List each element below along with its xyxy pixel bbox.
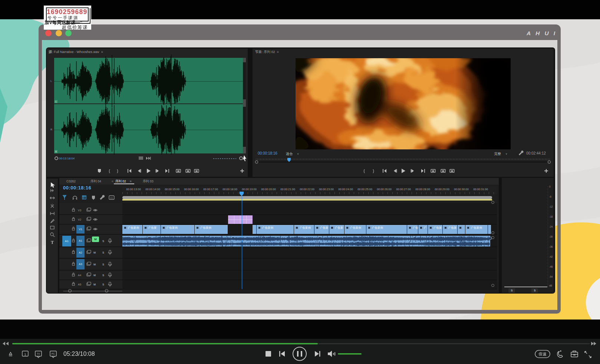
svg-text:PC: PC	[52, 353, 55, 355]
svg-text:}: }	[117, 169, 118, 173]
svg-text:1: 1	[24, 353, 26, 356]
svg-text:}: }	[373, 169, 374, 173]
svg-text:{: {	[363, 169, 365, 173]
svg-text:05:23/10:08: 05:23/10:08	[63, 351, 95, 357]
svg-text:{: {	[109, 169, 110, 173]
svg-text:TV: TV	[37, 353, 40, 355]
svg-text:T: T	[51, 240, 54, 245]
svg-text:CC: CC	[110, 197, 113, 199]
svg-text:倍速: 倍速	[538, 352, 547, 356]
